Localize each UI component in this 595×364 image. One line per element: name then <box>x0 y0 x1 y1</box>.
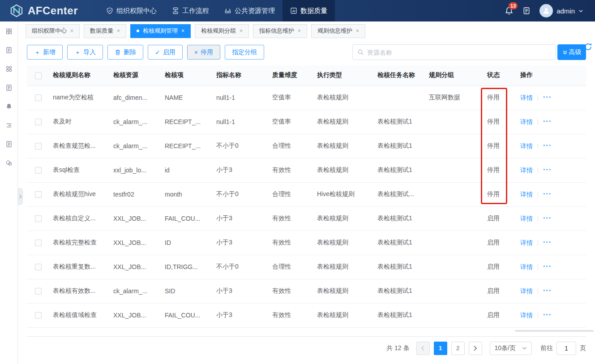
cell-name: name为空检核 <box>53 86 113 110</box>
导入-button[interactable]: ＋导入 <box>67 45 103 60</box>
tab-检核规则分组[interactable]: 检核规则分组× <box>195 24 249 38</box>
sidebar-bell-icon[interactable] <box>5 103 13 110</box>
cell-resource: ck_alarm_... <box>113 110 165 134</box>
detail-link[interactable]: 详情 <box>520 312 533 319</box>
cell-metric: null1-1 <box>216 86 272 110</box>
tab-close-icon[interactable]: × <box>298 28 301 34</box>
cell-resource: testfr02 <box>113 182 165 206</box>
tab-数据质量[interactable]: 数据质量× <box>84 24 126 38</box>
nav-item-3[interactable]: 公共资源管理 <box>217 0 283 21</box>
row-checkbox[interactable] <box>35 288 42 295</box>
more-actions-icon[interactable]: ··· <box>543 117 552 125</box>
sidebar-document-icon[interactable] <box>5 84 13 91</box>
tab-close-icon[interactable]: × <box>117 28 120 34</box>
row-checkbox[interactable] <box>35 312 42 319</box>
nav-item-4[interactable]: 数据质量 <box>283 0 335 21</box>
refresh-icon[interactable] <box>584 43 592 51</box>
detail-link[interactable]: 详情 <box>520 118 533 125</box>
cell-resource: XXL_JOB... <box>113 255 165 279</box>
more-actions-icon[interactable]: ··· <box>543 190 552 197</box>
tab-label: 指标信息维护 <box>259 27 294 35</box>
tab-指标信息维护[interactable]: 指标信息维护× <box>253 24 307 38</box>
row-checkbox[interactable] <box>35 119 42 125</box>
prev-page-button[interactable] <box>416 342 430 355</box>
more-actions-icon[interactable]: ··· <box>543 141 552 149</box>
cell-actions: 详情··· <box>520 279 586 303</box>
advanced-search-button[interactable]: 高级 <box>557 44 586 60</box>
horizontal-scrollbar[interactable] <box>515 330 594 332</box>
删除-button[interactable]: 删除 <box>107 45 143 60</box>
more-actions-icon[interactable]: ··· <box>543 166 552 173</box>
table-row: 表及时ck_alarm_...RECEIPT_...null1-1空值率表检核规… <box>27 110 586 134</box>
more-actions-icon[interactable]: ··· <box>543 262 552 270</box>
detail-link[interactable]: 详情 <box>520 239 533 246</box>
cell-resource: ck_alarm_... <box>113 134 165 158</box>
button-label: 删除 <box>124 48 136 56</box>
tab-检核规则管理[interactable]: 检核规则管理× <box>130 24 191 38</box>
detail-link[interactable]: 详情 <box>520 287 533 295</box>
goto-page-input[interactable] <box>556 342 576 355</box>
user-menu[interactable]: admin <box>539 4 583 17</box>
tab-规则信息维护[interactable]: 规则信息维护× <box>311 24 365 38</box>
指定分组-button[interactable]: 指定分组 <box>225 45 264 60</box>
detail-link[interactable]: 详情 <box>520 94 533 101</box>
table-bottom-divider <box>27 336 586 337</box>
sidebar-document-icon[interactable] <box>5 47 13 54</box>
more-actions-icon[interactable]: ··· <box>543 214 552 222</box>
log-document-icon[interactable] <box>522 7 531 15</box>
cell-status: 停用 <box>487 182 520 206</box>
cell-dimension: 合理性 <box>272 134 317 158</box>
row-checkbox[interactable] <box>35 143 42 150</box>
sidebar-apps-icon[interactable] <box>5 65 13 73</box>
pagination: 共 12 条 12 10条/页 前往 页 <box>27 342 586 355</box>
more-actions-icon[interactable]: ··· <box>543 238 552 246</box>
page-button-1[interactable]: 1 <box>434 342 447 355</box>
double-chevron-down-icon <box>562 50 568 55</box>
cell-item: NAME <box>165 86 216 110</box>
sidebar-list-icon[interactable] <box>5 122 13 129</box>
cell-dimension: 有效性 <box>272 158 317 182</box>
nav-item-1[interactable]: 组织权限中心 <box>98 0 164 21</box>
detail-link[interactable]: 详情 <box>520 142 533 150</box>
停用-button[interactable]: ×停用 <box>187 45 220 60</box>
sidebar-document-icon[interactable] <box>5 141 13 148</box>
tab-close-icon[interactable]: × <box>356 28 359 34</box>
tab-close-icon[interactable]: × <box>181 28 184 34</box>
sidebar-collapse-handle[interactable] <box>18 188 23 205</box>
新增-button[interactable]: ＋新增 <box>27 45 63 60</box>
detail-link[interactable]: 详情 <box>520 263 533 270</box>
row-checkbox[interactable] <box>35 94 42 101</box>
notification-count-badge: 13 <box>509 2 518 9</box>
sidebar-database-icon[interactable] <box>5 159 13 167</box>
tab-label: 检核规则分组 <box>201 27 236 35</box>
search-input[interactable] <box>367 49 551 56</box>
tab-close-icon[interactable]: × <box>240 28 243 34</box>
logo-mark-icon <box>10 4 23 17</box>
sidebar-grid-icon[interactable] <box>5 28 13 35</box>
cell-exec_type: 表检核规则 <box>317 231 377 255</box>
tab-close-icon[interactable]: × <box>70 28 73 34</box>
notifications-button[interactable]: 13 <box>505 6 514 15</box>
page-size-select[interactable]: 10条/页 <box>490 342 532 355</box>
启用-button[interactable]: ✓启用 <box>148 45 183 60</box>
row-checkbox[interactable] <box>35 240 42 246</box>
nav-item-2[interactable]: 工作流程 <box>164 0 217 21</box>
page-button-2[interactable]: 2 <box>451 342 465 355</box>
row-checkbox[interactable] <box>35 264 42 270</box>
cell-status: 启用 <box>487 206 520 231</box>
detail-link[interactable]: 详情 <box>520 215 533 222</box>
more-actions-icon[interactable]: ··· <box>543 311 552 318</box>
more-actions-icon[interactable]: ··· <box>543 93 552 101</box>
select-all-checkbox[interactable] <box>35 73 42 79</box>
detail-link[interactable]: 详情 <box>520 191 533 198</box>
detail-link[interactable]: 详情 <box>520 167 533 174</box>
next-page-button[interactable] <box>469 342 482 355</box>
row-checkbox[interactable] <box>35 215 42 222</box>
more-actions-icon[interactable]: ··· <box>543 287 552 294</box>
cell-task: 表检核测试1 <box>377 279 429 303</box>
tab-组织权限中心[interactable]: 组织权限中心× <box>26 24 80 38</box>
app-logo[interactable]: AFCenter <box>0 0 86 21</box>
row-checkbox[interactable] <box>35 191 42 198</box>
row-checkbox[interactable] <box>35 167 42 174</box>
cell-resource: XXL_JOB... <box>113 303 165 327</box>
